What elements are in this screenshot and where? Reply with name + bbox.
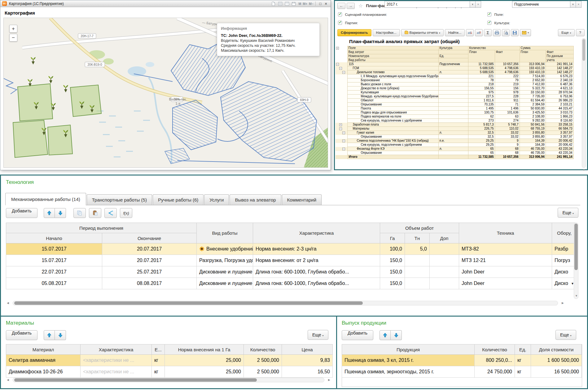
culture-clear-icon[interactable]: × — [576, 1, 581, 8]
scroll-down-icon[interactable]: ▼ — [583, 169, 585, 171]
cell-sf[interactable]: 26 986,23 — [546, 99, 573, 103]
cell-u[interactable] — [438, 78, 468, 82]
cell-qp[interactable]: 11 732,585 — [468, 155, 495, 159]
cell-qf[interactable]: 228 — [495, 95, 520, 99]
materials-add-button[interactable]: Добавить — [6, 330, 37, 340]
production-row[interactable]: Пшеница озимая, 3 кл, 2015 г.800 250,0..… — [342, 355, 582, 366]
move-up-icon[interactable] — [380, 330, 391, 340]
tab-item[interactable]: Услуги — [204, 194, 229, 205]
cell-u[interactable] — [438, 91, 468, 95]
cell-qf[interactable]: 68 — [495, 151, 520, 155]
cell-sf[interactable]: 43 220,34 — [546, 151, 573, 155]
cell-norm[interactable]: 25,000 — [165, 366, 244, 378]
tab-item[interactable]: Ручные работы (6) — [153, 194, 204, 205]
scrollbar-thumb[interactable] — [14, 378, 257, 382]
tech-add-button[interactable]: Добавить — [6, 208, 37, 218]
cell-sp[interactable]: 3 855,80 — [520, 131, 546, 135]
cell-name[interactable]: Фюзилад Форте КЭ — [347, 147, 438, 151]
report-row[interactable]: Опрыскивание32,533,023 855,803 357,97 — [336, 135, 573, 139]
batch-clear-icon[interactable]: × — [476, 1, 481, 8]
report-row[interactable]: −Материалы226,75110,0268 755,1966 584,73 — [336, 127, 573, 131]
cell-qf[interactable]: 9 — [495, 143, 520, 147]
report-row[interactable]: I, II Междур. культивация кукур.подсолне… — [336, 74, 573, 78]
cell-unit[interactable]: кг — [152, 355, 165, 366]
cell-tn[interactable] — [405, 255, 430, 266]
cell-sf[interactable]: 1 866,23 — [546, 115, 573, 119]
maximize-button[interactable]: □ — [318, 2, 323, 6]
report-row[interactable]: Вывоз урожая с поля2182197 412,006 487,3… — [336, 82, 573, 87]
cell-dop[interactable] — [430, 255, 459, 266]
cell-qp[interactable]: 221 — [468, 74, 495, 78]
cell-name[interactable]: Семена подсолнечника "НК Брио"150 KS (ги… — [347, 139, 438, 143]
cell-qf[interactable]: 911 — [495, 99, 520, 103]
materials-horizontal-scrollbar[interactable]: ◀ ▶ — [13, 378, 324, 382]
report-row[interactable]: Итого11 732,58510 657,356313 006,94241 9… — [336, 155, 573, 159]
cell-character[interactable]: Норма внесения: от 2 цн/га — [253, 255, 380, 266]
cell-sp[interactable]: 2 652,00 — [520, 78, 546, 82]
cell-end[interactable]: 25.07.2017 — [102, 266, 197, 278]
production-add-button[interactable]: Добавить — [342, 330, 373, 340]
report-row[interactable]: +Заработная плата5 817,35 748,750 841,56… — [336, 123, 573, 127]
cell-material[interactable]: Селитра аммиачная — [6, 355, 81, 366]
cell-tech[interactable]: John Deer — [459, 278, 552, 289]
cell-qf[interactable]: 219 — [495, 82, 520, 87]
tech-horizontal-scrollbar[interactable]: ◀ ▶ — [13, 301, 558, 305]
settings-button[interactable]: Настройки... — [373, 29, 400, 36]
scroll-left-icon[interactable]: ◀ — [7, 378, 9, 381]
cell-product[interactable]: Пшеница озимая, зерноотходы, 2015 г. — [342, 366, 475, 378]
cell-share[interactable]: 16 500,000 — [531, 366, 582, 378]
cell-work[interactable]: Внесение удобрений — [197, 243, 253, 255]
field-polygons[interactable] — [13, 84, 101, 158]
scenario-checkbox[interactable]: ✓ — [338, 12, 342, 16]
cell-name[interactable]: Пахота — [347, 107, 438, 111]
cell-sp[interactable]: 50 830,00 — [520, 107, 546, 111]
cell-sp[interactable]: 2 384,59 — [520, 103, 546, 107]
cell-sp[interactable]: 46 735,00 — [520, 151, 546, 155]
map-zoom-out-button[interactable]: − — [9, 34, 17, 42]
report-row[interactable]: Сев кукуруза, подсолнечник с удобрением2… — [336, 143, 573, 147]
expand-all-icon[interactable]: + — [336, 47, 339, 50]
cell-qty[interactable]: 24 750,000 — [475, 366, 515, 378]
cell-u[interactable] — [438, 99, 468, 103]
batch-input[interactable]: 2017 г. — [384, 1, 470, 8]
cell-sp[interactable]: 193 410,19 — [520, 66, 546, 70]
expand-icon[interactable]: + — [339, 123, 342, 126]
collapse-icon[interactable]: − — [339, 127, 342, 130]
cell-sf[interactable]: 8 116,60 — [546, 119, 573, 123]
cell-sf[interactable]: 6 753,96 — [546, 95, 573, 99]
scroll-right-icon[interactable]: ▶ — [328, 378, 330, 381]
paste-icon[interactable] — [89, 208, 101, 218]
cell-sf[interactable]: 3 010,73 — [546, 111, 573, 115]
cell-tech[interactable]: John Deer — [459, 266, 552, 278]
cell-unit[interactable]: кг — [515, 366, 531, 378]
cell-qf[interactable]: 1 496 — [495, 107, 520, 111]
collapse-groups-icon[interactable]: аб — [475, 29, 483, 36]
cell-qf[interactable]: 33,02 — [495, 135, 520, 139]
cell-sf[interactable]: 4 621,13 — [546, 87, 573, 91]
cell-u[interactable] — [438, 66, 468, 70]
production-more-button[interactable]: Еще▾ — [555, 330, 576, 340]
field-checkbox[interactable]: ✓ — [487, 12, 491, 16]
scale-m-plus-button[interactable]: М+ — [303, 2, 307, 6]
cell-qf[interactable]: 10 657,356 — [495, 62, 520, 66]
report-row[interactable]: Междур. культивация кукур.подсолнечник б… — [336, 95, 573, 99]
generate-button[interactable]: Сформировать — [337, 29, 371, 36]
cell-dop[interactable] — [430, 278, 459, 289]
cell-qp[interactable]: 5 688,535 — [468, 66, 495, 70]
cell-name[interactable]: Заработная плата — [347, 123, 438, 127]
cell-qp[interactable]: 65 — [468, 147, 495, 151]
cell-u[interactable] — [438, 82, 468, 87]
cell-qp[interactable]: 227,5 — [468, 95, 495, 99]
batch-dropdown-icon[interactable]: ▾ — [470, 1, 476, 8]
tech-more-button[interactable]: Еще▾ — [558, 208, 578, 218]
cell-name[interactable]: Обмолот — [347, 99, 438, 103]
culture-input[interactable]: Подсолнечник — [512, 1, 570, 8]
cell-qp[interactable]: 226,75 — [468, 127, 495, 131]
collapse-icon[interactable]: − — [339, 67, 342, 70]
report-row[interactable]: −Фюзилад Форте КЭл.656846 735,0043 220,3… — [336, 147, 573, 151]
cell-u[interactable]: л. — [438, 131, 468, 135]
cell-name[interactable]: Дежурство в поле (уборка) — [347, 87, 438, 91]
report-row[interactable]: −Дизельное топливол.5 688,5354 798,63619… — [336, 70, 573, 74]
cell-share[interactable]: 1 600 500,000 — [531, 355, 582, 366]
cell-qp[interactable]: 5 817,3 — [468, 123, 495, 127]
